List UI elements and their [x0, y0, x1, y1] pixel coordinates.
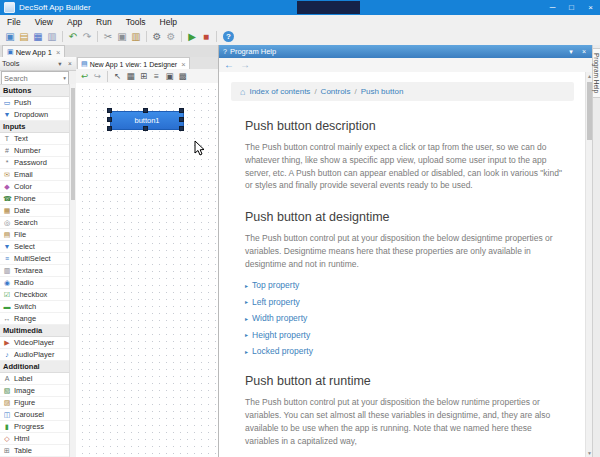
menu-help[interactable]: Help: [153, 15, 184, 28]
tool-item-date[interactable]: ▦Date: [0, 205, 70, 217]
tool-item-email[interactable]: ✉Email: [0, 169, 70, 181]
link-caret-icon: ▸: [245, 348, 248, 355]
tools-scrollbar-thumb[interactable]: [71, 88, 75, 200]
run-app-icon[interactable]: ▶: [185, 30, 199, 43]
link-locked-property[interactable]: ▸Locked property: [245, 346, 560, 356]
tools-scrollbar[interactable]: [69, 84, 76, 457]
selection-handle-s[interactable]: [143, 126, 148, 131]
tool-item-color[interactable]: ◆Color: [0, 181, 70, 193]
selection-handle-n[interactable]: [143, 108, 148, 113]
snap-icon[interactable]: ⊞: [137, 70, 150, 82]
abort-run-icon[interactable]: ■: [199, 30, 213, 43]
tool-item-audioplayer[interactable]: ♪AudioPlayer: [0, 349, 70, 361]
tool-item-push[interactable]: ▭Push: [0, 97, 70, 109]
tools-section-additional[interactable]: Additional: [0, 361, 70, 373]
app-options-icon[interactable]: ⚙: [150, 30, 164, 43]
tool-item-textarea[interactable]: ▥Textarea: [0, 265, 70, 277]
cut-icon[interactable]: ✂: [101, 30, 115, 43]
paste-icon[interactable]: ▥: [129, 30, 143, 43]
home-icon[interactable]: ⌂: [240, 87, 245, 97]
redo-icon[interactable]: ↷: [80, 30, 94, 43]
tool-item-range[interactable]: ↔Range: [0, 313, 70, 325]
side-tab-program-help[interactable]: Program Help: [593, 48, 600, 98]
breadcrumb-index-of-contents[interactable]: Index of contents: [249, 87, 310, 96]
tools-close-icon[interactable]: ×: [66, 60, 74, 67]
tool-item-html[interactable]: ◇Html: [0, 433, 70, 445]
save-all-icon[interactable]: ▥: [45, 30, 59, 43]
open-app-icon[interactable]: ▤: [17, 30, 31, 43]
selection-handle-w[interactable]: [107, 117, 112, 122]
tool-item-carousel[interactable]: ◫Carousel: [0, 409, 70, 421]
tools-section-inputs[interactable]: Inputs: [0, 121, 70, 133]
selection-handle-se[interactable]: [179, 126, 184, 131]
close-button[interactable]: ×: [581, 0, 600, 15]
tool-item-phone[interactable]: ☎Phone: [0, 193, 70, 205]
align-icon[interactable]: ≡: [150, 70, 163, 82]
back-icon[interactable]: ↩: [78, 70, 91, 82]
tool-item-progress[interactable]: ▮Progress: [0, 421, 70, 433]
tool-item-radio[interactable]: ◉Radio: [0, 277, 70, 289]
bring-front-icon[interactable]: ▣: [163, 70, 176, 82]
menu-file[interactable]: File: [0, 15, 28, 28]
tool-item-checkbox[interactable]: ☑Checkbox: [0, 289, 70, 301]
breadcrumb-controls[interactable]: Controls: [321, 87, 351, 96]
link-caret-icon: ▸: [245, 315, 248, 322]
tool-item-videoplayer[interactable]: ▶VideoPlayer: [0, 337, 70, 349]
ide-options-icon[interactable]: ⚙: [164, 30, 178, 43]
tool-item-dropdown[interactable]: ▼Dropdown: [0, 109, 70, 121]
selection-handle-sw[interactable]: [107, 126, 112, 131]
minimize-button[interactable]: ─: [543, 0, 562, 15]
menu-app[interactable]: App: [60, 15, 89, 28]
figure-icon: ▨: [3, 399, 11, 407]
tool-item-search[interactable]: ◎Search: [0, 217, 70, 229]
designer-tab-close-icon[interactable]: ×: [181, 60, 185, 69]
heading-designtime: Push button at designtime: [245, 210, 560, 224]
breadcrumb-push-button[interactable]: Push button: [361, 87, 404, 96]
help-forward-icon[interactable]: →: [240, 60, 250, 70]
tool-item-image[interactable]: ▧Image: [0, 385, 70, 397]
help-close-icon[interactable]: ×: [579, 48, 589, 55]
tool-item-label: Search: [14, 218, 38, 227]
save-app-icon[interactable]: ▦: [31, 30, 45, 43]
select-tool-icon[interactable]: ↖: [111, 70, 124, 82]
link-left-property[interactable]: ▸Left property: [245, 297, 560, 307]
help-menu-icon[interactable]: ▾: [566, 48, 576, 56]
copy-icon[interactable]: ▣: [115, 30, 129, 43]
maximize-button[interactable]: □: [562, 0, 581, 15]
tool-item-file[interactable]: ▤File: [0, 229, 70, 241]
undo-icon[interactable]: ↶: [66, 30, 80, 43]
tool-item-multiselect[interactable]: ≡MultiSelect: [0, 253, 70, 265]
tool-item-number[interactable]: #Number: [0, 145, 70, 157]
tool-item-password[interactable]: *Password: [0, 157, 70, 169]
link-width-property[interactable]: ▸Width property: [245, 313, 560, 323]
grid-icon[interactable]: ▦: [124, 70, 137, 82]
tool-item-switch[interactable]: ▬Switch: [0, 301, 70, 313]
selection-handle-nw[interactable]: [107, 108, 112, 113]
selection-handle-ne[interactable]: [179, 108, 184, 113]
tools-section-buttons[interactable]: Buttons: [0, 85, 70, 97]
search-dropdown-icon[interactable]: ▾: [63, 75, 68, 81]
send-back-icon[interactable]: ▩: [176, 70, 189, 82]
new-app-icon[interactable]: ▣: [3, 30, 17, 43]
link-height-property[interactable]: ▸Height property: [245, 330, 560, 340]
link-top-property[interactable]: ▸Top property: [245, 280, 560, 290]
tool-item-figure[interactable]: ▨Figure: [0, 397, 70, 409]
forward-icon[interactable]: ↪: [91, 70, 104, 82]
tools-search-input[interactable]: [2, 74, 63, 83]
audioplayer-icon: ♪: [3, 351, 11, 358]
menu-tools[interactable]: Tools: [119, 15, 153, 28]
menu-view[interactable]: View: [28, 15, 60, 28]
menu-run[interactable]: Run: [89, 15, 119, 28]
switch-icon: ▬: [3, 303, 11, 310]
tool-item-label: Figure: [14, 398, 35, 407]
help-icon[interactable]: ?: [223, 31, 234, 42]
tool-item-select[interactable]: ▼Select: [0, 241, 70, 253]
help-back-icon[interactable]: ←: [224, 60, 234, 70]
tool-item-text[interactable]: TText: [0, 133, 70, 145]
selection-handle-e[interactable]: [179, 117, 184, 122]
app-tab-close-icon[interactable]: ×: [56, 48, 60, 57]
tools-pin-icon[interactable]: ▾: [56, 60, 64, 68]
tool-item-table[interactable]: ⊞Table: [0, 445, 70, 457]
tool-item-label[interactable]: ALabel: [0, 373, 70, 385]
tools-section-multimedia[interactable]: Multimedia: [0, 325, 70, 337]
